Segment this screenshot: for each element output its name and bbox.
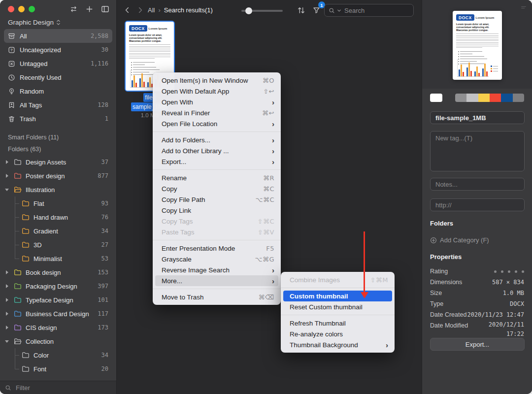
submenu-item-reset-custom-thumbnail[interactable]: Reset Custom thumbnail [283,301,392,312]
export-button[interactable]: Export... [430,338,525,351]
search-icon [5,385,11,391]
sidebar-item-trash[interactable]: Trash1 [4,112,112,126]
tree-arrow-icon[interactable] [4,284,10,288]
menu-item-rename[interactable]: Rename⌘R [155,172,278,183]
folder-item-illustration[interactable]: Illustration [0,183,116,197]
add-category-button[interactable]: Add Category (F) [430,236,489,244]
menu-item-enter-presentation-mode[interactable]: Enter Presentation ModeF5 [155,243,278,254]
sidebar-item-all[interactable]: All2,588 [4,29,112,43]
menu-item-open-item-s-in-new-window[interactable]: Open Item(s) in New Window⌘O [155,75,278,86]
menu-item-reveal-in-finder[interactable]: Reveal in Finder⌘↩ [155,107,278,118]
library-switcher[interactable]: Graphic Design [0,18,116,29]
folder-item-minimalist[interactable]: Minimalist53 [0,252,116,265]
palette-swatch[interactable] [455,94,466,102]
smart-folders-section[interactable]: Smart Folders (11) [0,131,116,143]
menu-item-copy-file-path[interactable]: Copy File Path⌥⌘C [155,194,278,205]
folder-item-hand-drawn[interactable]: Hand drawn76 [0,210,116,224]
menu-item-add-to-folders[interactable]: Add to Folders...› [155,134,278,145]
menu-item-open-file-location[interactable]: Open File Location› [155,118,278,129]
folder-item-book-design[interactable]: Book design153 [0,265,116,279]
rating-dot[interactable] [501,270,503,273]
sort-icon[interactable] [297,6,306,15]
transfer-icon[interactable] [69,5,78,13]
submenu-item-refresh-thumbnail[interactable]: Refresh Thumbnail [283,318,392,328]
breadcrumb-all[interactable]: All [148,6,155,14]
palette-swatch[interactable] [466,94,478,102]
close-button[interactable] [8,6,14,12]
palette-primary-swatch[interactable] [430,94,442,102]
menu-item-open-with-default-app[interactable]: Open With Default App⇧↩ [155,86,278,97]
folder-item-collection[interactable]: Collection [0,334,116,348]
submenu-item-thumbnail-background[interactable]: Thumbnail Background› [283,339,392,350]
palette-swatch[interactable] [490,94,501,102]
zoom-slider-knob[interactable] [245,7,252,14]
folders-section[interactable]: Folders (63) [0,143,116,155]
filter-input[interactable] [15,384,111,392]
palette-swatch[interactable] [501,94,512,102]
sidebar-item-recently-used[interactable]: Recently Used [4,70,112,84]
sidebar-item-all-tags[interactable]: All Tags128 [4,98,112,112]
preview-page[interactable]: DOCXLorem IpsumLorem ipsum dolor sit ame… [453,11,502,80]
folder-item-business-card-design[interactable]: Business Card Design117 [0,307,116,321]
folder-item-packaging-design[interactable]: Packaging Design397 [0,279,116,293]
menu-item-open-with[interactable]: Open With› [155,97,278,107]
property-value: 2020/11/23 12:47 [467,310,524,320]
folder-item-gradient[interactable]: Gradient34 [0,224,116,238]
tree-arrow-icon[interactable] [4,326,10,329]
palette-swatch[interactable] [478,94,490,102]
tree-arrow-icon[interactable] [4,312,10,316]
minimize-button[interactable] [18,6,25,12]
folder-item-poster-design[interactable]: Poster design877 [0,169,116,183]
rating-dot[interactable] [494,270,497,273]
zoom-button[interactable] [29,6,35,12]
tag-input[interactable] [430,131,525,171]
menu-item-move-to-trash[interactable]: Move to Trash⌘⌫ [155,292,278,302]
folder-item-font[interactable]: Font20 [0,362,116,376]
menu-item-copy[interactable]: Copy⌘C [155,183,278,194]
chevron-down-icon[interactable] [337,8,341,13]
back-icon[interactable] [123,6,132,14]
add-icon[interactable] [85,5,94,13]
tree-arrow-icon[interactable] [4,298,10,302]
zoom-slider[interactable] [241,9,283,12]
folder-item-color[interactable]: Color34 [0,348,116,362]
notes-input[interactable] [430,178,525,191]
menu-item-grayscale[interactable]: Grayscale⌥⌘G [155,254,278,264]
menu-item-reverse-image-search[interactable]: Reverse Image Search› [155,264,278,275]
tree-arrow-icon[interactable] [4,160,10,164]
doc-text-line [129,48,170,48]
sidebar-item-uncategorized[interactable]: ?Uncategorized30 [4,43,112,57]
palette-swatch[interactable] [513,94,524,102]
tree-arrow-icon[interactable] [4,270,10,274]
folder-item-cis-design[interactable]: CIS design173 [0,321,116,334]
tree-arrow-icon[interactable] [4,340,10,343]
sidebar-item-random[interactable]: Random [4,84,112,98]
menu-item-export[interactable]: Export...› [155,156,278,167]
expand-icon[interactable] [520,4,527,11]
folder-item-3d[interactable]: 3D27 [0,238,116,252]
menu-item-copy-link[interactable]: Copy Link [155,205,278,216]
search-box[interactable] [324,4,414,17]
folder-item-label: Design Assets [26,159,98,166]
submenu-item-custom-thumbnail[interactable]: Custom thumbnail [283,291,392,301]
filename-input[interactable] [430,111,525,124]
forward-icon[interactable] [136,6,144,14]
rating-dot[interactable] [508,270,510,273]
submenu-item-re-analyze-colors[interactable]: Re-analyze colors [283,328,392,339]
tree-arrow-icon[interactable] [4,174,10,178]
folder-item-typeface-design[interactable]: Typeface Design101 [0,293,116,307]
tree-arrow-icon[interactable] [4,189,10,191]
url-input[interactable] [430,198,525,211]
breadcrumb-search-results[interactable]: Search results(1) [164,6,213,14]
search-input[interactable] [343,6,409,15]
menu-item-label: Copy File Path [162,196,255,203]
folder-item-design-assets[interactable]: Design Assets37 [0,155,116,169]
menu-item-more[interactable]: More...› [155,275,278,286]
folder-item-flat[interactable]: Flat93 [0,197,116,210]
menu-item-add-to-other-library[interactable]: Add to Other Library ...› [155,145,278,156]
sidebar-toggle-icon[interactable] [101,5,109,13]
breadcrumb-separator: › [158,6,160,14]
sidebar-item-untagged[interactable]: Untagged1,116 [4,57,112,70]
rating-dot[interactable] [515,270,517,273]
rating-dot[interactable] [522,270,524,273]
